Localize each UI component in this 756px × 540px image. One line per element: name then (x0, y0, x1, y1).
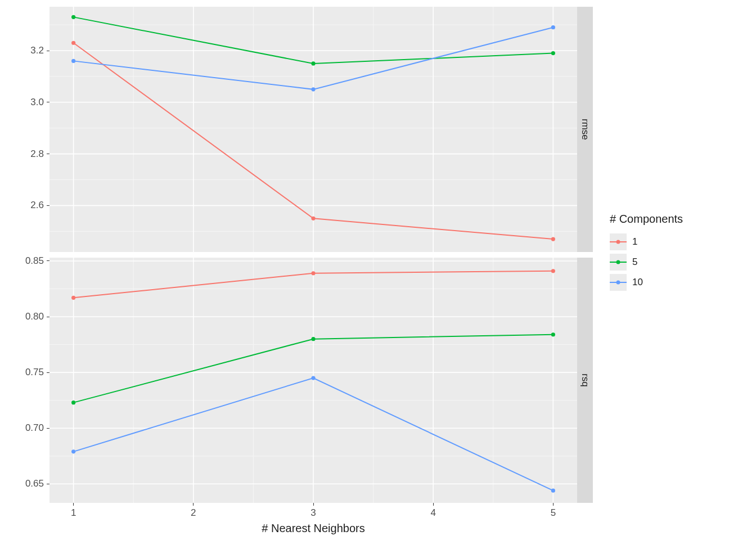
data-point (311, 87, 315, 91)
y-tick-label: 2.8 (30, 148, 50, 160)
x-tick-label: 3 (310, 503, 316, 519)
legend-label: 5 (632, 256, 637, 268)
legend-key (610, 274, 627, 291)
y-tick-label: 3.2 (30, 45, 50, 56)
legend-key (610, 233, 627, 250)
legend-title: # Components (610, 213, 683, 226)
y-tick-label: 3.0 (30, 97, 50, 108)
rsq-plot (50, 258, 577, 503)
legend: # Components 1510 (610, 213, 683, 294)
data-point (551, 51, 555, 55)
chart-container: 2.62.83.03.2 rmse 0.650.700.750.800.8512… (0, 0, 756, 540)
x-tick-label: 1 (71, 503, 76, 519)
y-tick-label: 2.6 (30, 200, 50, 211)
facet-rmse: 2.62.83.03.2 (50, 7, 577, 252)
x-axis-title: # Nearest Neighbors (50, 522, 577, 535)
legend-key (610, 254, 627, 271)
x-tick-label: 5 (551, 503, 556, 519)
data-point (551, 489, 555, 493)
facet-strip-rmse: rmse (577, 7, 593, 252)
x-tick-label: 2 (191, 503, 196, 519)
data-point (311, 271, 315, 275)
legend-item: 10 (610, 274, 683, 291)
facet-strip-rsq: rsq (577, 258, 593, 503)
x-tick-label: 4 (430, 503, 435, 519)
data-point (551, 269, 555, 273)
data-point (71, 59, 75, 63)
legend-label: 1 (632, 236, 637, 248)
legend-item: 5 (610, 254, 683, 271)
rmse-plot (50, 7, 577, 252)
data-point (551, 332, 555, 336)
data-point (71, 296, 75, 300)
data-point (551, 25, 555, 29)
legend-label: 10 (632, 277, 643, 288)
y-tick-label: 0.80 (25, 311, 50, 322)
y-tick-label: 0.70 (25, 422, 50, 434)
data-point (551, 237, 555, 241)
legend-item: 1 (610, 233, 683, 250)
data-point (311, 61, 315, 65)
data-point (311, 217, 315, 220)
data-point (311, 337, 315, 341)
facet-label: rsq (579, 374, 591, 387)
data-point (311, 376, 315, 380)
data-point (71, 15, 75, 19)
data-point (71, 41, 75, 45)
y-tick-label: 0.65 (25, 478, 50, 489)
data-point (71, 449, 75, 453)
data-point (71, 400, 75, 404)
facet-rsq: 0.650.700.750.800.8512345 (50, 258, 577, 503)
y-tick-label: 0.85 (25, 255, 50, 267)
y-tick-label: 0.75 (25, 367, 50, 378)
facet-label: rmse (579, 119, 591, 140)
